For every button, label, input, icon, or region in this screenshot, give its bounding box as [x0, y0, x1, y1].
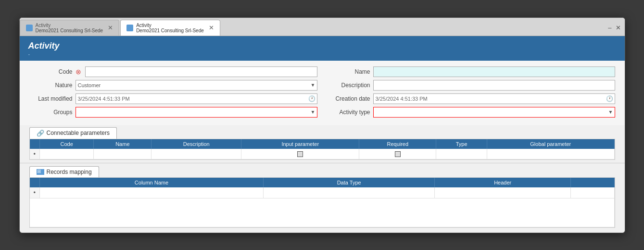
param-input-cell[interactable]	[241, 149, 359, 159]
records-tab-icon	[37, 169, 44, 175]
col-required: Required	[359, 139, 436, 149]
col-name: Name	[94, 139, 152, 149]
param-name-cell[interactable]	[94, 149, 152, 159]
page-subtitle: -	[28, 51, 616, 57]
rec-row-marker: •	[30, 187, 40, 198]
col-input-parameter: Input parameter	[241, 139, 359, 149]
nature-select[interactable]: Customer	[76, 80, 317, 91]
tab-bar: Activity Demo2021 Consulting Srl-Sede ✕ …	[20, 18, 625, 36]
connectable-parameters-tab[interactable]: 🔗 Connectable parameters	[29, 127, 117, 139]
page-title: Activity	[28, 41, 616, 51]
tab-2-icon	[126, 25, 133, 31]
form-row-1: Code ⊗ Name	[29, 66, 615, 77]
creation-date-input-wrapper: 🕐	[373, 93, 615, 104]
param-description-cell[interactable]	[152, 149, 241, 159]
last-modified-input[interactable]	[76, 93, 317, 104]
description-field-group: Description	[327, 80, 615, 91]
page-header: Activity -	[20, 36, 625, 61]
tab-1-close[interactable]: ✕	[108, 24, 113, 31]
form-row-3: Last modified 🕐 Creation date 🕐	[29, 93, 615, 104]
rec-header-cell[interactable]	[435, 187, 571, 198]
param-global-cell[interactable]	[487, 149, 614, 159]
records-tab-label: Records mapping	[47, 169, 92, 175]
param-type-cell[interactable]	[436, 149, 487, 159]
tab-2-label: Activity Demo2021 Consulting Srl-Sede	[136, 23, 204, 33]
col-row-marker	[30, 139, 40, 149]
rec-col-header: Header	[435, 178, 571, 187]
connectable-tab-label: Connectable parameters	[47, 130, 110, 136]
clock-icon-2[interactable]: 🕐	[606, 95, 613, 102]
close-button[interactable]: ✕	[616, 24, 621, 31]
records-table-header: Column Name Data Type Header	[30, 178, 615, 187]
row-marker: •	[30, 149, 40, 159]
parameters-table: Code Name Description Input parameter Re…	[30, 139, 615, 160]
clock-icon-1[interactable]: 🕐	[308, 95, 316, 102]
code-input[interactable]	[85, 66, 317, 77]
groups-field-group: Groups ▼	[29, 107, 317, 118]
records-table-container: Column Name Data Type Header •	[29, 177, 615, 228]
rec-col-name: Column Name	[40, 178, 264, 187]
description-label: Description	[327, 82, 370, 89]
param-required-cell[interactable]	[359, 149, 436, 159]
activity-type-select-wrapper: ▼	[373, 107, 615, 118]
main-window: Activity Demo2021 Consulting Srl-Sede ✕ …	[19, 17, 625, 233]
rec-type-cell[interactable]	[263, 187, 434, 198]
form-row-4: Groups ▼ Activity type ▼	[29, 107, 615, 118]
rec-col-row-marker	[30, 178, 40, 187]
connectable-tab-section: 🔗 Connectable parameters	[20, 125, 625, 139]
groups-select-wrapper: ▼	[76, 107, 317, 118]
nature-label: Nature	[29, 82, 73, 89]
code-field-group: Code ⊗	[29, 66, 317, 77]
rec-col-type: Data Type	[263, 178, 434, 187]
creation-date-label: Creation date	[327, 95, 370, 102]
last-modified-input-wrapper: 🕐	[76, 93, 317, 104]
name-field-group: Name	[327, 66, 615, 77]
required-checkbox[interactable]	[395, 151, 401, 157]
records-new-row: •	[30, 187, 615, 198]
form-section: Code ⊗ Name Nature Customer ▼	[20, 61, 625, 125]
tab-1-icon	[26, 25, 33, 31]
groups-select[interactable]	[76, 107, 317, 118]
col-code: Code	[40, 139, 94, 149]
tab-2-close[interactable]: ✕	[209, 24, 214, 31]
name-label: Name	[327, 68, 370, 75]
activity-type-field-group: Activity type ▼	[327, 107, 615, 118]
window-controls: – ✕	[608, 20, 624, 36]
activity-type-select[interactable]	[373, 107, 615, 118]
parameters-table-container: Code Name Description Input parameter Re…	[29, 139, 615, 160]
records-empty-space	[30, 198, 615, 227]
nature-select-wrapper: Customer ▼	[76, 80, 317, 91]
tab-2[interactable]: Activity Demo2021 Consulting Srl-Sede ✕	[120, 20, 220, 36]
link-icon: 🔗	[37, 130, 44, 137]
rec-name-cell[interactable]	[40, 187, 264, 198]
records-table: Column Name Data Type Header •	[30, 178, 615, 227]
description-input[interactable]	[373, 80, 615, 91]
records-empty-cell	[30, 198, 615, 227]
records-tab-section: Records mapping	[20, 163, 625, 177]
col-global-parameter: Global parameter	[487, 139, 614, 149]
name-input[interactable]	[373, 66, 615, 77]
groups-label: Groups	[29, 109, 73, 116]
parameters-table-header: Code Name Description Input parameter Re…	[30, 139, 615, 149]
minimize-button[interactable]: –	[608, 24, 611, 31]
error-icon: ⊗	[76, 68, 81, 76]
input-checkbox[interactable]	[297, 151, 303, 157]
last-modified-label: Last modified	[29, 95, 73, 102]
nature-field-group: Nature Customer ▼	[29, 80, 317, 91]
activity-type-label: Activity type	[327, 109, 370, 116]
creation-date-field-group: Creation date 🕐	[327, 93, 615, 104]
col-description: Description	[152, 139, 241, 149]
creation-date-input[interactable]	[373, 93, 615, 104]
rec-col-empty	[570, 178, 614, 187]
parameters-new-row: •	[30, 149, 615, 159]
tab-1-label: Activity Demo2021 Consulting Srl-Sede	[36, 23, 103, 33]
param-code-cell[interactable]	[40, 149, 94, 159]
col-type: Type	[436, 139, 487, 149]
code-label: Code	[29, 68, 73, 75]
form-row-2: Nature Customer ▼ Description	[29, 80, 615, 91]
records-mapping-tab[interactable]: Records mapping	[29, 166, 99, 177]
rec-empty-cell	[570, 187, 614, 198]
tab-1[interactable]: Activity Demo2021 Consulting Srl-Sede ✕	[20, 20, 120, 36]
last-modified-field-group: Last modified 🕐	[29, 93, 317, 104]
